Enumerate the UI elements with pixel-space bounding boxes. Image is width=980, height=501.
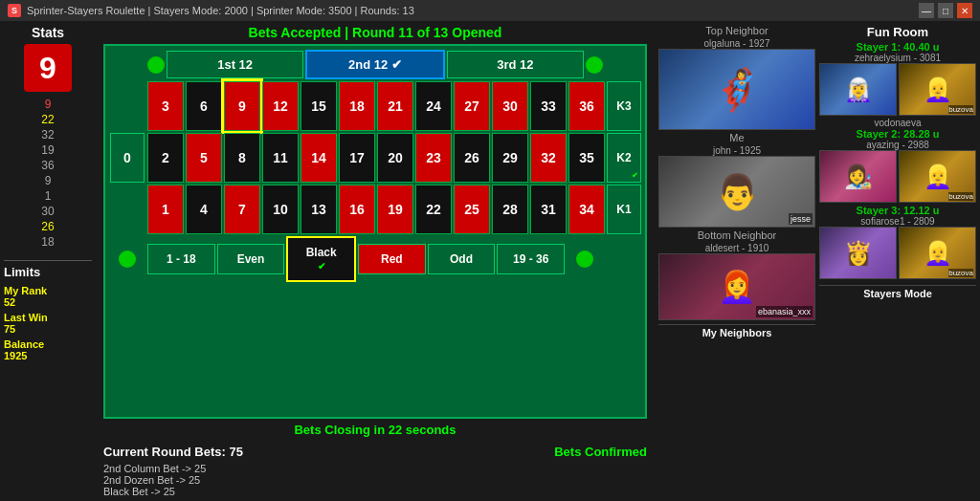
stayer1-left-avatar: 🧝‍♀️	[819, 63, 897, 116]
jesse-label: jesse	[789, 213, 813, 225]
green-dot-bl	[119, 250, 136, 268]
stayer3-name: sofiarose1 - 2809	[819, 216, 976, 227]
num-3[interactable]: 3	[147, 81, 184, 131]
bet-line-2: 2nd Dozen Bet -> 25	[103, 474, 243, 486]
maximize-button[interactable]: □	[938, 3, 953, 18]
num-18[interactable]: 18	[339, 81, 375, 131]
bets-info: Current Round Bets: 75 2nd Column Bet ->…	[96, 441, 655, 501]
dozens-row: 1st 12 2nd 12 ✔ 3rd 12	[109, 50, 641, 79]
limits-title: Limits	[4, 260, 92, 279]
num-25[interactable]: 25	[454, 185, 490, 234]
num-7[interactable]: 7	[224, 185, 260, 234]
close-button[interactable]: ✕	[957, 3, 972, 18]
window-controls[interactable]: — □ ✕	[919, 3, 972, 18]
bet-odd[interactable]: Odd	[428, 244, 496, 274]
me-user-name: john - 1925	[658, 145, 815, 156]
numbers-section: 3 6 9 12 15 18 21 24 27 30 33 36 K3	[109, 81, 641, 234]
num-0[interactable]: 0	[110, 133, 145, 183]
num-23[interactable]: 23	[415, 133, 452, 183]
num-10[interactable]: 10	[262, 185, 299, 234]
bet-red[interactable]: Red	[358, 244, 426, 274]
num-35[interactable]: 35	[568, 133, 605, 183]
stat-item: 19	[41, 143, 54, 157]
stayer2-left-avatar: 👩‍🎨	[819, 150, 897, 203]
num-32[interactable]: 32	[530, 133, 567, 183]
col-k1[interactable]: K1	[607, 185, 641, 234]
num-4[interactable]: 4	[186, 185, 222, 234]
num-28[interactable]: 28	[492, 185, 528, 234]
fun-room-title: Fun Room	[819, 25, 976, 39]
num-21[interactable]: 21	[377, 81, 413, 131]
num-27[interactable]: 27	[454, 81, 490, 131]
vodonaeva-label: vodonaeva	[819, 118, 976, 128]
bet-line-1: 2nd Column Bet -> 25	[103, 463, 243, 474]
stayer1-right-avatar: 👱‍♀️ buzova	[899, 63, 976, 116]
bet-black[interactable]: Black✔	[286, 236, 356, 282]
top-neighbor-label: Top Neighbor	[658, 25, 815, 36]
stayer2-avatar-row: 👩‍🎨 👱‍♀️ buzova	[819, 150, 976, 203]
stayer1-title: Stayer 1: 40.40 u	[819, 41, 976, 53]
bet-even[interactable]: Even	[217, 244, 285, 274]
num-15[interactable]: 15	[301, 81, 337, 131]
num-2[interactable]: 2	[147, 133, 184, 183]
num-26[interactable]: 26	[454, 133, 490, 183]
num-33[interactable]: 33	[530, 81, 567, 131]
last-number: 9	[24, 44, 72, 92]
dozen-1st[interactable]: 1st 12	[167, 51, 303, 78]
num-16[interactable]: 16	[339, 185, 375, 234]
num-11[interactable]: 11	[262, 133, 299, 183]
num-36[interactable]: 36	[568, 81, 605, 131]
num-14[interactable]: 14	[301, 133, 337, 183]
num-17[interactable]: 17	[339, 133, 375, 183]
neighbors-col: Top Neighbor olgaluna - 1927 🦸‍♀️ Me joh…	[658, 25, 815, 497]
stat-item: 9	[45, 98, 52, 111]
stayer2-name: ayazing - 2988	[819, 140, 976, 150]
num-9[interactable]: 9	[224, 81, 260, 131]
green-dot-left	[147, 56, 165, 74]
current-bets-title: Current Round Bets: 75	[103, 445, 243, 459]
num-13[interactable]: 13	[301, 185, 337, 234]
stayer3-right-avatar: 👱‍♀️ buzova	[899, 227, 976, 279]
stayer2-right-name: buzova	[948, 192, 973, 201]
num-1[interactable]: 1	[147, 185, 184, 234]
dozen-2nd[interactable]: 2nd 12 ✔	[305, 50, 444, 79]
bottom-bets-row: 1 - 18 Even Black✔ Red Odd 19 - 36	[109, 236, 641, 282]
col-k2[interactable]: K2✔	[607, 133, 641, 183]
num-20[interactable]: 20	[377, 133, 413, 183]
num-29[interactable]: 29	[492, 133, 528, 183]
dozen-3rd[interactable]: 3rd 12	[447, 51, 584, 78]
bet-high[interactable]: 19 - 36	[497, 244, 565, 274]
right-panel: Top Neighbor olgaluna - 1927 🦸‍♀️ Me joh…	[655, 21, 980, 501]
minimize-button[interactable]: —	[919, 3, 934, 18]
stayers-mode-label: Stayers Mode	[819, 285, 976, 299]
bet-low[interactable]: 1 - 18	[147, 244, 215, 274]
stat-item: 32	[41, 128, 54, 142]
num-34[interactable]: 34	[568, 185, 605, 234]
me-avatar: 👨 jesse	[658, 156, 815, 228]
num-8[interactable]: 8	[224, 133, 260, 183]
num-6[interactable]: 6	[186, 81, 222, 131]
num-31[interactable]: 31	[530, 185, 567, 234]
center-panel: Bets Accepted | Round 11 of 13 Opened 1s…	[96, 21, 655, 501]
col-k3[interactable]: K3	[607, 81, 641, 131]
stayer1-name: zehraelysium - 3081	[819, 53, 976, 63]
bottom-avatar-label: ebanasia_xxx	[756, 306, 813, 317]
stayer3-avatar-row: 👸 👱‍♀️ buzova	[819, 227, 976, 279]
top-status: Bets Accepted | Round 11 of 13 Opened	[96, 21, 655, 44]
title-bar-text: Sprinter-Stayers Roulette | Stayers Mode…	[27, 5, 414, 16]
stat-item: 36	[41, 159, 54, 172]
num-22[interactable]: 22	[415, 185, 452, 234]
my-rank-row: My Rank 52	[4, 285, 92, 308]
num-12[interactable]: 12	[262, 81, 299, 131]
num-5[interactable]: 5	[186, 133, 222, 183]
bottom-neighbor-label: Bottom Neighbor	[658, 229, 815, 241]
stayer3-left-avatar: 👸	[819, 227, 897, 279]
top-neighbor-avatar: 🦸‍♀️	[658, 49, 815, 130]
stat-item: 1	[45, 189, 52, 203]
stayer3-title: Stayer 3: 12.12 u	[819, 205, 976, 216]
num-24[interactable]: 24	[415, 81, 452, 131]
num-19[interactable]: 19	[377, 185, 413, 234]
num-30[interactable]: 30	[492, 81, 528, 131]
stayers-col: Fun Room Stayer 1: 40.40 u zehraelysium …	[819, 25, 976, 497]
bottom-status: Bets Closing in 22 seconds	[96, 419, 655, 441]
